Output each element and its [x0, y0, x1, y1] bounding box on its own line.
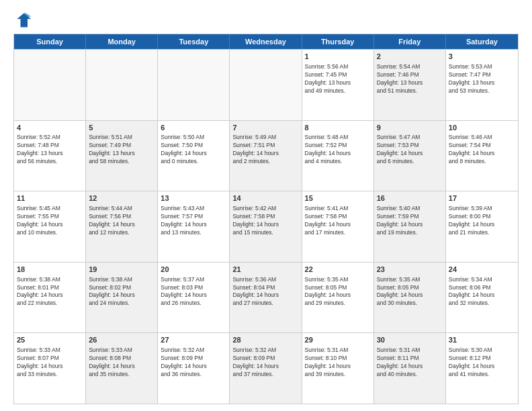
day-number: 11 — [17, 193, 83, 203]
calendar-cell-28: 28Sunrise: 5:32 AM Sunset: 8:09 PM Dayli… — [230, 333, 302, 404]
calendar-cell-31: 31Sunrise: 5:30 AM Sunset: 8:12 PM Dayli… — [446, 333, 518, 404]
day-number: 9 — [377, 123, 443, 133]
day-info: Sunrise: 5:35 AM Sunset: 8:05 PM Dayligh… — [305, 276, 371, 308]
day-number: 10 — [449, 123, 515, 133]
day-info: Sunrise: 5:50 AM Sunset: 7:50 PM Dayligh… — [161, 134, 226, 166]
day-number: 12 — [89, 193, 154, 203]
day-number: 22 — [305, 265, 371, 275]
day-number: 18 — [17, 265, 83, 275]
day-number: 7 — [232, 123, 298, 133]
day-info: Sunrise: 5:36 AM Sunset: 8:04 PM Dayligh… — [232, 276, 298, 308]
calendar-header: SundayMondayTuesdayWednesdayThursdayFrid… — [14, 34, 518, 49]
day-info: Sunrise: 5:30 AM Sunset: 8:12 PM Dayligh… — [449, 347, 515, 379]
day-info: Sunrise: 5:38 AM Sunset: 8:02 PM Dayligh… — [89, 276, 154, 308]
calendar-cell-empty-0-1 — [86, 50, 158, 120]
day-info: Sunrise: 5:52 AM Sunset: 7:48 PM Dayligh… — [17, 134, 83, 166]
day-number: 2 — [377, 52, 443, 62]
weekday-header-tuesday: Tuesday — [158, 34, 230, 49]
calendar-cell-4: 4Sunrise: 5:52 AM Sunset: 7:48 PM Daylig… — [14, 121, 86, 191]
weekday-header-friday: Friday — [374, 34, 446, 49]
calendar-cell-7: 7Sunrise: 5:49 AM Sunset: 7:51 PM Daylig… — [230, 121, 302, 191]
calendar-cell-29: 29Sunrise: 5:31 AM Sunset: 8:10 PM Dayli… — [302, 333, 374, 404]
day-info: Sunrise: 5:43 AM Sunset: 7:57 PM Dayligh… — [161, 205, 226, 237]
day-info: Sunrise: 5:37 AM Sunset: 8:03 PM Dayligh… — [161, 276, 226, 308]
day-number: 16 — [377, 193, 443, 203]
calendar-cell-empty-0-0 — [14, 50, 86, 120]
day-number: 29 — [305, 335, 371, 345]
day-number: 1 — [305, 52, 371, 62]
calendar-cell-13: 13Sunrise: 5:43 AM Sunset: 7:57 PM Dayli… — [158, 191, 230, 262]
calendar-cell-empty-0-3 — [230, 50, 302, 120]
header — [13, 11, 519, 30]
calendar-cell-12: 12Sunrise: 5:44 AM Sunset: 7:56 PM Dayli… — [86, 191, 158, 262]
day-info: Sunrise: 5:31 AM Sunset: 8:11 PM Dayligh… — [377, 347, 443, 379]
day-number: 26 — [89, 335, 154, 345]
day-info: Sunrise: 5:53 AM Sunset: 7:47 PM Dayligh… — [449, 63, 515, 95]
calendar-cell-14: 14Sunrise: 5:42 AM Sunset: 7:58 PM Dayli… — [230, 191, 302, 262]
calendar-cell-17: 17Sunrise: 5:39 AM Sunset: 8:00 PM Dayli… — [446, 191, 518, 262]
day-info: Sunrise: 5:41 AM Sunset: 7:58 PM Dayligh… — [305, 205, 371, 237]
day-info: Sunrise: 5:33 AM Sunset: 8:08 PM Dayligh… — [89, 347, 154, 379]
calendar-cell-6: 6Sunrise: 5:50 AM Sunset: 7:50 PM Daylig… — [158, 121, 230, 191]
day-info: Sunrise: 5:47 AM Sunset: 7:53 PM Dayligh… — [377, 134, 443, 166]
day-number: 14 — [232, 193, 298, 203]
weekday-header-wednesday: Wednesday — [230, 34, 302, 49]
day-info: Sunrise: 5:42 AM Sunset: 7:58 PM Dayligh… — [232, 205, 298, 237]
day-info: Sunrise: 5:51 AM Sunset: 7:49 PM Dayligh… — [89, 134, 154, 166]
day-info: Sunrise: 5:32 AM Sunset: 8:09 PM Dayligh… — [232, 347, 298, 379]
day-info: Sunrise: 5:48 AM Sunset: 7:52 PM Dayligh… — [305, 134, 371, 166]
day-number: 4 — [17, 123, 83, 133]
calendar-cell-10: 10Sunrise: 5:46 AM Sunset: 7:54 PM Dayli… — [446, 121, 518, 191]
calendar-cell-27: 27Sunrise: 5:32 AM Sunset: 8:09 PM Dayli… — [158, 333, 230, 404]
calendar-row-3: 18Sunrise: 5:38 AM Sunset: 8:01 PM Dayli… — [14, 262, 518, 333]
day-number: 19 — [89, 265, 154, 275]
day-number: 31 — [449, 335, 515, 345]
calendar-cell-8: 8Sunrise: 5:48 AM Sunset: 7:52 PM Daylig… — [302, 121, 374, 191]
day-info: Sunrise: 5:39 AM Sunset: 8:00 PM Dayligh… — [449, 205, 515, 237]
day-number: 27 — [161, 335, 226, 345]
day-info: Sunrise: 5:34 AM Sunset: 8:06 PM Dayligh… — [449, 276, 515, 308]
day-info: Sunrise: 5:54 AM Sunset: 7:46 PM Dayligh… — [377, 63, 443, 95]
day-info: Sunrise: 5:46 AM Sunset: 7:54 PM Dayligh… — [449, 134, 515, 166]
day-info: Sunrise: 5:45 AM Sunset: 7:55 PM Dayligh… — [17, 205, 83, 237]
day-info: Sunrise: 5:49 AM Sunset: 7:51 PM Dayligh… — [232, 134, 298, 166]
day-number: 15 — [305, 193, 371, 203]
day-info: Sunrise: 5:44 AM Sunset: 7:56 PM Dayligh… — [89, 205, 154, 237]
calendar-cell-18: 18Sunrise: 5:38 AM Sunset: 8:01 PM Dayli… — [14, 263, 86, 333]
calendar-cell-9: 9Sunrise: 5:47 AM Sunset: 7:53 PM Daylig… — [374, 121, 446, 191]
day-number: 25 — [17, 335, 83, 345]
calendar-cell-26: 26Sunrise: 5:33 AM Sunset: 8:08 PM Dayli… — [86, 333, 158, 404]
calendar-cell-19: 19Sunrise: 5:38 AM Sunset: 8:02 PM Dayli… — [86, 263, 158, 333]
calendar-cell-empty-0-2 — [158, 50, 230, 120]
day-info: Sunrise: 5:31 AM Sunset: 8:10 PM Dayligh… — [305, 347, 371, 379]
day-number: 24 — [449, 265, 515, 275]
calendar-cell-25: 25Sunrise: 5:33 AM Sunset: 8:07 PM Dayli… — [14, 333, 86, 404]
day-number: 28 — [232, 335, 298, 345]
calendar-cell-21: 21Sunrise: 5:36 AM Sunset: 8:04 PM Dayli… — [230, 263, 302, 333]
day-number: 3 — [449, 52, 515, 62]
day-number: 30 — [377, 335, 443, 345]
day-number: 21 — [232, 265, 298, 275]
calendar-cell-30: 30Sunrise: 5:31 AM Sunset: 8:11 PM Dayli… — [374, 333, 446, 404]
calendar-cell-1: 1Sunrise: 5:56 AM Sunset: 7:45 PM Daylig… — [302, 50, 374, 120]
calendar-cell-15: 15Sunrise: 5:41 AM Sunset: 7:58 PM Dayli… — [302, 191, 374, 262]
page: SundayMondayTuesdayWednesdayThursdayFrid… — [0, 0, 532, 411]
calendar-cell-22: 22Sunrise: 5:35 AM Sunset: 8:05 PM Dayli… — [302, 263, 374, 333]
weekday-header-monday: Monday — [86, 34, 158, 49]
calendar-row-1: 4Sunrise: 5:52 AM Sunset: 7:48 PM Daylig… — [14, 120, 518, 191]
calendar-cell-2: 2Sunrise: 5:54 AM Sunset: 7:46 PM Daylig… — [374, 50, 446, 120]
calendar-cell-23: 23Sunrise: 5:35 AM Sunset: 8:05 PM Dayli… — [374, 263, 446, 333]
day-number: 8 — [305, 123, 371, 133]
calendar-body: 1Sunrise: 5:56 AM Sunset: 7:45 PM Daylig… — [14, 49, 518, 404]
calendar-cell-5: 5Sunrise: 5:51 AM Sunset: 7:49 PM Daylig… — [86, 121, 158, 191]
day-number: 13 — [161, 193, 226, 203]
logo-icon — [13, 11, 32, 30]
logo — [13, 11, 35, 30]
day-number: 6 — [161, 123, 226, 133]
calendar-cell-11: 11Sunrise: 5:45 AM Sunset: 7:55 PM Dayli… — [14, 191, 86, 262]
calendar-row-4: 25Sunrise: 5:33 AM Sunset: 8:07 PM Dayli… — [14, 332, 518, 404]
calendar-cell-16: 16Sunrise: 5:40 AM Sunset: 7:59 PM Dayli… — [374, 191, 446, 262]
weekday-header-sunday: Sunday — [14, 34, 86, 49]
calendar-cell-24: 24Sunrise: 5:34 AM Sunset: 8:06 PM Dayli… — [446, 263, 518, 333]
day-info: Sunrise: 5:33 AM Sunset: 8:07 PM Dayligh… — [17, 347, 83, 379]
